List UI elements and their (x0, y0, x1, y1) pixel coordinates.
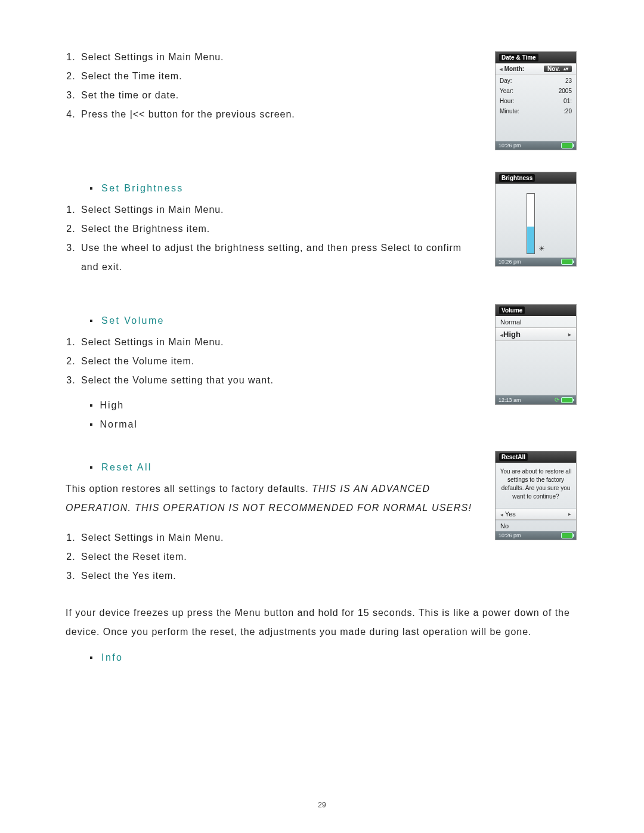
step: Select Settings in Main Menu. (79, 200, 477, 219)
device-row: Day:23 (496, 76, 576, 86)
heading-set-brightness: Set Brightness (89, 179, 477, 198)
device-title: Volume (499, 306, 525, 314)
device-selected-row: ◂ Month: Nov.▴▾ (496, 63, 576, 75)
reset-steps: Select Settings in Main Menu. Select the… (66, 528, 477, 586)
field-value: Nov. (547, 66, 560, 72)
step: Select the Yes item. (79, 566, 477, 586)
step: Press the |<< button for the previous sc… (79, 105, 477, 124)
option: Normal (89, 415, 477, 434)
heading-reset-all: Reset All (89, 458, 477, 477)
step: Select the Time item. (79, 67, 477, 86)
freeze-note: If your device freezes up press the Menu… (66, 603, 578, 642)
step: Select the Volume setting that you want. (79, 371, 477, 390)
step: Select the Reset item. (79, 547, 477, 566)
device-title: Brightness (499, 174, 535, 182)
step: Select Settings in Main Menu. (79, 48, 477, 67)
sync-icon: ⟳ (555, 397, 559, 403)
step: Set the time or date. (79, 86, 477, 105)
device-title: ResetAll (499, 453, 528, 461)
heading-info: Info (89, 652, 578, 663)
step: Select Settings in Main Menu. (79, 528, 477, 547)
screenshot-volume: Volume Normal ◂High▸ 12:13 am⟳ (495, 304, 577, 405)
device-reset-message: You are about to restore all settings to… (496, 463, 576, 508)
device-status-time: 12:13 am (499, 397, 521, 403)
set-time-steps: Select Settings in Main Menu. Select the… (66, 48, 477, 124)
device-option-yes: ◂ Yes▸ (496, 508, 576, 520)
device-row: Minute::20 (496, 106, 576, 116)
brightness-fill (527, 227, 534, 253)
device-status-time: 10:26 pm (499, 532, 521, 538)
step: Select the Brightness item. (79, 219, 477, 239)
battery-icon (561, 397, 573, 403)
screenshot-brightness: Brightness ☀ 10:26 pm (495, 172, 577, 267)
field-label: Month: (504, 66, 524, 72)
device-row: Year:2005 (496, 86, 576, 96)
step: Use the wheel to adjust the brightness s… (79, 239, 477, 277)
brightness-bar (527, 193, 535, 254)
screenshot-reset: ResetAll You are about to restore all se… (495, 451, 577, 540)
option: High (89, 396, 477, 415)
step: Select Settings in Main Menu. (79, 333, 477, 352)
reset-intro: This option restores all settings to fac… (66, 479, 477, 518)
battery-icon (561, 259, 573, 265)
device-status-time: 10:26 pm (499, 259, 521, 265)
heading-set-volume: Set Volume (89, 311, 477, 330)
device-row: Hour:01: (496, 96, 576, 106)
set-volume-steps: Select Settings in Main Menu. Select the… (66, 333, 477, 390)
device-title: Date & Time (499, 54, 538, 61)
set-brightness-steps: Select Settings in Main Menu. Select the… (66, 200, 477, 277)
step: Select the Volume item. (79, 352, 477, 371)
volume-options: High Normal (89, 396, 477, 434)
battery-icon (561, 532, 573, 538)
device-list-item: Normal (496, 317, 576, 327)
brightness-icon: ☀ (538, 244, 545, 253)
battery-icon (561, 143, 573, 148)
device-status-time: 10:26 pm (499, 143, 521, 148)
device-list-item-selected: ◂High▸ (496, 327, 576, 341)
device-option-no: No (496, 520, 576, 531)
page-number: 29 (0, 801, 644, 809)
screenshot-date-time: Date & Time ◂ Month: Nov.▴▾ Day:23 Year:… (495, 51, 577, 150)
